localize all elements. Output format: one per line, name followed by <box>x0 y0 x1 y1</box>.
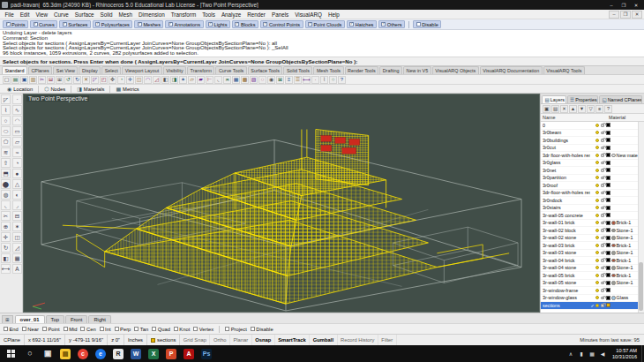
network-icon[interactable]: ▦ <box>587 345 597 362</box>
status-toggle-gumball[interactable]: Gumball <box>310 335 337 345</box>
powerpoint-icon[interactable]: P <box>162 345 180 362</box>
status-toggle-planar[interactable]: Planar <box>230 335 252 345</box>
start-button[interactable] <box>0 345 21 362</box>
toolbar-tab-visualarq-objects[interactable]: VisualARQ Objects <box>432 66 479 74</box>
menu-file[interactable]: File <box>2 11 17 18</box>
toolbar-tab-surface-tools[interactable]: Surface Tools <box>248 66 283 74</box>
toolbar-tab-mesh-tools[interactable]: Mesh Tools <box>313 66 343 74</box>
fillet-edge-icon[interactable]: ◟ <box>1 200 11 210</box>
layer-dialog-icon[interactable]: ≡ <box>285 76 293 84</box>
polygon-tool-icon[interactable]: ⬠ <box>1 137 11 147</box>
checkbox-icon[interactable] <box>42 327 47 331</box>
copy-icon[interactable]: ⊟ <box>47 76 55 84</box>
trim-icon[interactable]: ▱ <box>188 76 196 84</box>
layer-color-chip[interactable] <box>606 221 610 225</box>
checkbox-icon[interactable] <box>174 327 178 331</box>
mirror-icon[interactable]: ◧ <box>161 76 169 84</box>
layer-color-chip[interactable] <box>606 131 610 135</box>
osnap-int[interactable]: Int <box>100 327 111 332</box>
maximize-button[interactable]: ❐ <box>618 1 630 10</box>
subtoolbar-nodes[interactable]: ⬡Nodes <box>41 86 69 92</box>
lock-icon[interactable] <box>601 237 604 240</box>
extrude-tool-icon[interactable]: ⇧ <box>1 158 11 168</box>
viewport-tab-over_01[interactable]: over_01 <box>15 315 45 323</box>
print-icon[interactable]: ▥ <box>29 76 37 84</box>
menu-tools[interactable]: Tools <box>199 11 219 18</box>
minimize-button[interactable]: – <box>605 1 618 10</box>
layer-row-3r-wall-03-brick[interactable]: 3r-wall-03 brickBrick-1 <box>541 242 644 250</box>
save-icon[interactable]: ▣ <box>20 76 28 84</box>
viewport-canvas[interactable] <box>24 94 539 312</box>
layer-row-3r-wall-04-stone[interactable]: 3r-wall-04 stoneStone-1 <box>541 265 644 273</box>
explode-icon[interactable]: ✶ <box>179 76 187 84</box>
split-tool-icon[interactable]: ⊟ <box>12 211 22 221</box>
visibility-bulb-icon[interactable] <box>595 176 599 179</box>
visibility-bulb-icon[interactable] <box>595 154 599 157</box>
extend-icon[interactable]: ⊢ <box>206 76 213 84</box>
photoshop-icon[interactable]: Ps <box>198 345 215 362</box>
menu-view[interactable]: View <box>33 11 51 18</box>
layer-color-chip[interactable] <box>606 258 610 262</box>
checkbox-icon[interactable] <box>4 327 8 331</box>
offset-icon[interactable]: ≍ <box>223 76 231 84</box>
copy-tool-icon[interactable]: ◫ <box>12 232 22 242</box>
layer-row-3r0partition[interactable]: 3r0partition <box>541 175 644 183</box>
cut-icon[interactable]: ✂ <box>38 76 46 84</box>
toolbar-tab-visualarq-documentation[interactable]: VisualARQ Documentation <box>480 66 543 74</box>
menu-edit[interactable]: Edit <box>17 11 33 18</box>
osnap-mid[interactable]: Mid <box>64 327 78 332</box>
layer-color-chip[interactable] <box>606 213 610 217</box>
lock-icon[interactable] <box>601 304 604 307</box>
layer-color-chip[interactable] <box>606 236 610 240</box>
select-tool-icon[interactable]: ◸ <box>1 94 11 104</box>
visibility-bulb-icon[interactable] <box>595 169 599 172</box>
lock-icon[interactable] <box>601 297 604 300</box>
panel-scrollbar[interactable] <box>638 122 644 313</box>
checkbox-icon[interactable]: ✓ <box>381 22 386 26</box>
paste-icon[interactable]: ⊞ <box>56 76 64 84</box>
checkbox-icon[interactable]: ✓ <box>138 22 142 26</box>
properties-icon[interactable]: ☰ <box>294 76 302 84</box>
text-tool-icon[interactable]: A <box>12 264 22 274</box>
filter-surfaces[interactable]: ✓Surfaces <box>59 20 91 28</box>
lock-icon[interactable] <box>601 177 604 180</box>
layer-row-3r0cut[interactable]: 3r0cut <box>541 145 644 153</box>
rotate-view-icon[interactable]: ◔ <box>117 76 125 84</box>
fillet-icon[interactable]: ◟ <box>214 76 222 84</box>
menu-help[interactable]: Help <box>325 11 342 18</box>
group-icon[interactable]: ▩ <box>241 76 249 84</box>
layer-row-3r0net[interactable]: 3r0net <box>541 167 644 175</box>
visibility-bulb-icon[interactable] <box>595 191 599 194</box>
layer-row-3r0buildings[interactable]: 3r0buildings <box>541 137 644 145</box>
filter-lights[interactable]: ✓Lights <box>206 20 230 28</box>
rotate-icon[interactable]: ◠ <box>144 76 152 84</box>
layer-row-3r-wall-05-brick[interactable]: 3r-wall-05 brickBrick-1 <box>541 272 644 280</box>
filter-control-points[interactable]: ✓Control Points <box>260 20 303 28</box>
lock-icon[interactable] <box>601 229 604 232</box>
visibility-bulb-icon[interactable] <box>595 221 599 224</box>
layer-color-chip[interactable] <box>606 183 610 187</box>
menu-solid[interactable]: Solid <box>97 11 116 18</box>
filter-others[interactable]: ✓Others <box>378 20 405 28</box>
checkbox-icon[interactable]: ✓ <box>168 22 173 26</box>
acrobat-icon[interactable]: A <box>180 345 198 362</box>
visibility-bulb-icon[interactable] <box>595 131 599 134</box>
osnap-cen[interactable]: Cen <box>80 327 95 332</box>
checkbox-icon[interactable]: ✓ <box>95 22 100 26</box>
show-icon[interactable]: ◉ <box>267 76 275 84</box>
cylinder-tool-icon[interactable]: ⬤ <box>1 179 11 189</box>
visibility-bulb-icon[interactable] <box>595 251 599 254</box>
polyline-tool-icon[interactable]: ⌇ <box>1 105 11 115</box>
osnap-perp[interactable]: Perp <box>115 327 131 332</box>
osnap-knot[interactable]: Knot <box>174 327 190 332</box>
toolbar-tab-select[interactable]: Select <box>101 66 121 74</box>
checkbox-icon[interactable]: ✓ <box>34 22 38 26</box>
layer-help-icon[interactable]: ? <box>604 105 612 113</box>
checkbox-icon[interactable]: ✓ <box>308 22 312 26</box>
osnap-project[interactable]: Project <box>225 327 247 332</box>
layer-color-chip[interactable] <box>606 251 610 255</box>
visibility-bulb-icon[interactable] <box>595 146 599 149</box>
sphere-tool-icon[interactable]: ● <box>12 169 22 178</box>
visibility-bulb-icon[interactable] <box>595 184 599 187</box>
panel-tab-named-cplanes[interactable]: ◱Named CPlanes <box>599 95 642 103</box>
